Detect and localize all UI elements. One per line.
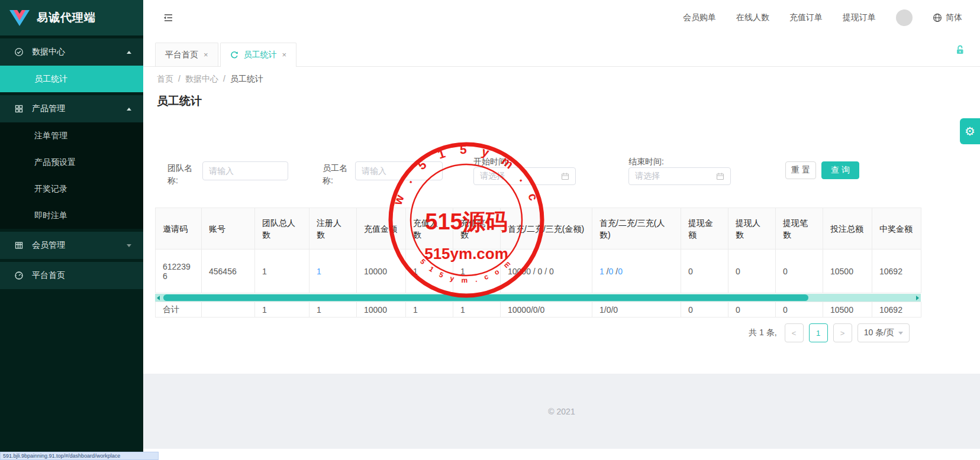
count-link[interactable]: 1: [317, 267, 321, 276]
chevron-down-icon: [898, 332, 903, 335]
sidebar-item-bet-orders[interactable]: 注单管理: [0, 122, 143, 149]
avatar[interactable]: [896, 9, 913, 26]
column-header: 首充/二充/三充(人数): [592, 208, 681, 250]
sidebar-item-lottery-records[interactable]: 开奖记录: [0, 176, 143, 202]
sidebar-item-label: 产品预设置: [34, 157, 76, 168]
page-number-button[interactable]: 1: [809, 323, 828, 342]
date-placeholder: 请选择: [635, 171, 660, 182]
chevron-up-icon: [127, 51, 131, 54]
topbar-item-online-count[interactable]: 在线人数: [736, 12, 769, 23]
main-area: 会员购单 在线人数 充值订单 提现订单 简体 平台首页: [143, 0, 980, 460]
submenu-product: 注单管理 产品预设置 开奖记录 即时注单: [0, 122, 143, 229]
dashboard-icon: [14, 271, 24, 280]
column-header: 充值金额: [357, 208, 406, 250]
summary-cell: 1: [406, 302, 453, 318]
copyright: © 2021: [548, 407, 575, 416]
table-cell: 10500: [823, 250, 872, 293]
date-placeholder: 请选择: [480, 171, 505, 182]
topbar-item-recharge-orders[interactable]: 充值订单: [789, 12, 823, 23]
sidebar-group-label: 数据中心: [32, 47, 65, 57]
count-link[interactable]: 1: [599, 267, 604, 276]
topbar-item-withdraw-orders[interactable]: 提现订单: [843, 12, 876, 23]
table-cell: 1: [406, 250, 453, 293]
table-icon: [14, 241, 24, 250]
summary-cell: 1: [255, 302, 310, 318]
language-switcher[interactable]: 简体: [933, 12, 962, 23]
chevron-down-icon: [127, 244, 131, 247]
column-header: 中奖金额: [872, 208, 921, 250]
status-bar: 591.bjli.9bpainning.91.top/#/dashboard/w…: [0, 452, 159, 460]
breadcrumb-home[interactable]: 首页: [157, 74, 173, 85]
scroll-left-icon[interactable]: [157, 296, 160, 300]
topbar-item-member-orders[interactable]: 会员购单: [683, 12, 716, 23]
query-button[interactable]: 查 询: [821, 161, 859, 179]
summary-cell: 10692: [872, 302, 921, 318]
start-time-picker[interactable]: 请选择: [473, 167, 576, 185]
end-time-picker[interactable]: 请选择: [628, 167, 731, 185]
sidebar-item-staff-stats[interactable]: 员工统计: [0, 66, 143, 92]
topbar-right: 会员购单 在线人数 充值订单 提现订单 简体: [683, 9, 962, 26]
cell-text: /: [604, 267, 609, 276]
table-cell: 1: [310, 250, 357, 293]
sidebar-group-data-center[interactable]: 数据中心: [0, 38, 143, 66]
summary-row: 合计11100001110000/0/01/0/00001050010692: [156, 302, 921, 318]
globe-icon: [933, 13, 942, 22]
column-header: 账号: [202, 208, 255, 250]
grid-icon: [14, 104, 24, 114]
unlock-icon[interactable]: [955, 44, 966, 58]
next-page-button[interactable]: [833, 323, 852, 342]
scroll-right-icon[interactable]: [916, 296, 919, 300]
vue-logo-icon: [9, 9, 30, 27]
sidebar-group-label: 产品管理: [32, 103, 65, 114]
scrollbar-thumb[interactable]: [163, 294, 808, 301]
tab-label: 平台首页: [165, 50, 198, 60]
table-cell: 1 /0 /0: [592, 250, 681, 293]
staff-name-input[interactable]: [355, 161, 443, 180]
staff-name-label: 员工名称:: [323, 162, 356, 187]
column-header: 投注总额: [823, 208, 872, 250]
tab-platform-home[interactable]: 平台首页: [155, 43, 218, 66]
settings-fab[interactable]: [960, 118, 980, 144]
end-time-label: 结束时间:: [628, 157, 664, 167]
horizontal-scrollbar[interactable]: [155, 294, 921, 302]
total-label: 合计: [156, 302, 202, 318]
sidebar-item-label: 注单管理: [34, 131, 67, 141]
circle-check-icon: [14, 47, 24, 57]
page-title: 员工统计: [157, 93, 202, 109]
top-header: 会员购单 在线人数 充值订单 提现订单 简体: [143, 0, 980, 35]
sidebar-item-label: 即时注单: [34, 210, 67, 221]
start-time-label: 开始时间:: [473, 157, 509, 167]
tab-staff-stats[interactable]: 员工统计: [220, 43, 297, 66]
breadcrumb-data-center[interactable]: 数据中心: [185, 74, 218, 85]
page-size-select[interactable]: 10 条/页: [858, 323, 910, 342]
status-link-text: 591.bjli.9bpainning.91.top/#/dashboard/w…: [3, 453, 120, 459]
team-name-input[interactable]: [202, 161, 288, 180]
team-name-label: 团队名称:: [167, 162, 201, 187]
summary-cell: 1: [453, 302, 501, 318]
close-icon[interactable]: [282, 51, 287, 59]
refresh-icon[interactable]: [230, 51, 238, 59]
close-icon[interactable]: [204, 51, 208, 59]
summary-cell: 1/0/0: [592, 302, 681, 318]
prev-page-button[interactable]: [785, 323, 804, 342]
sidebar-group-product[interactable]: 产品管理: [0, 95, 143, 122]
count-link[interactable]: 0: [618, 267, 623, 276]
calendar-icon: [561, 172, 569, 180]
summary-cell: 10000/0/0: [501, 302, 592, 318]
summary-cell: 10500: [823, 302, 872, 318]
tab-bar: 平台首页 员工统计: [143, 35, 980, 67]
sidebar-group-platform-home[interactable]: 平台首页: [0, 262, 143, 289]
reset-button[interactable]: 重 置: [785, 161, 816, 179]
menu-fold-icon[interactable]: [162, 12, 174, 24]
app-title: 易诚代理端: [37, 10, 96, 25]
table-cell: 0: [728, 250, 776, 293]
summary-cell: 1: [310, 302, 357, 318]
page-size-value: 10 条/页: [864, 328, 894, 338]
sidebar-item-label: 员工统计: [34, 74, 67, 85]
breadcrumb-separator: /: [223, 74, 225, 85]
sidebar-item-live-bets[interactable]: 即时注单: [0, 202, 143, 229]
sidebar-item-product-preset[interactable]: 产品预设置: [0, 149, 143, 176]
table-cell: 10000: [357, 250, 406, 293]
column-header: 团队总人数: [255, 208, 310, 250]
sidebar-group-members[interactable]: 会员管理: [0, 232, 143, 259]
